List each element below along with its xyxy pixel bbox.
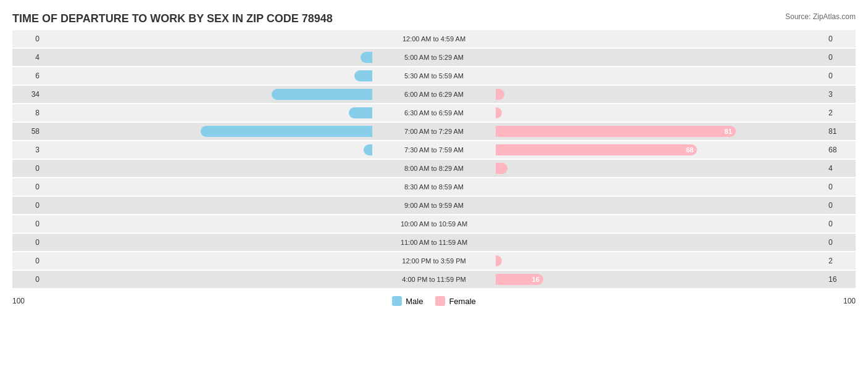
- male-bar: [272, 89, 372, 100]
- left-value: 0: [12, 238, 43, 247]
- legend-female-box: [435, 296, 445, 306]
- female-bar-container: 16: [496, 271, 825, 288]
- legend-female-label: Female: [449, 297, 475, 306]
- male-bar-container: [43, 86, 372, 103]
- male-bar-container: [43, 234, 372, 251]
- bars-wrapper: 0 12:00 AM to 4:59 AM 0 4 5:00 AM to 5:2…: [12, 30, 856, 292]
- time-label: 5:30 AM to 5:59 AM: [372, 72, 496, 80]
- male-bar-container: [43, 67, 372, 85]
- bottom-scale-left: 100: [12, 297, 43, 305]
- bottom-labels: 100 Male Female 100: [12, 296, 856, 306]
- female-bar-container: 81: [496, 123, 825, 140]
- female-bar-container: [496, 49, 825, 66]
- table-row: 0 8:00 AM to 8:29 AM 4: [12, 160, 856, 177]
- legend-male-box: [392, 296, 402, 306]
- chart-area: 0 12:00 AM to 4:59 AM 0 4 5:00 AM to 5:2…: [12, 30, 856, 311]
- time-label: 6:30 AM to 6:59 AM: [372, 109, 496, 117]
- left-value: 0: [12, 164, 43, 173]
- left-value: 0: [12, 220, 43, 228]
- right-value: 0: [825, 220, 856, 228]
- bottom-scale-right: 100: [825, 297, 856, 305]
- legend: Male Female: [392, 296, 476, 306]
- table-row: 0 10:00 AM to 10:59 AM 0: [12, 215, 856, 233]
- female-bar: 81: [496, 126, 736, 137]
- table-row: 34 6:00 AM to 6:29 AM 3: [12, 86, 856, 103]
- female-bar-container: [496, 104, 825, 122]
- left-value: 0: [12, 275, 43, 284]
- time-label: 12:00 AM to 4:59 AM: [372, 35, 496, 43]
- left-value: 0: [12, 183, 43, 191]
- male-bar: [201, 126, 372, 137]
- legend-male-label: Male: [406, 297, 423, 306]
- male-bar-container: [43, 49, 372, 66]
- right-value: 0: [825, 53, 856, 62]
- left-value: 0: [12, 257, 43, 265]
- male-bar-container: [43, 178, 372, 196]
- male-bar-container: [43, 141, 372, 159]
- time-label: 8:30 AM to 8:59 AM: [372, 183, 496, 191]
- right-value: 2: [825, 109, 856, 117]
- right-value: 0: [825, 183, 856, 191]
- male-bar: [349, 107, 372, 118]
- table-row: 58 7:00 AM to 7:29 AM 81 81: [12, 123, 856, 140]
- table-row: 0 8:30 AM to 8:59 AM 0: [12, 178, 856, 196]
- female-bar-container: [496, 160, 825, 177]
- male-bar-container: [43, 215, 372, 233]
- male-bar-container: [43, 30, 372, 47]
- time-label: 7:30 AM to 7:59 AM: [372, 146, 496, 154]
- male-bar: [364, 144, 372, 155]
- female-bar-container: 68: [496, 141, 825, 159]
- time-label: 7:00 AM to 7:29 AM: [372, 128, 496, 135]
- legend-male: Male: [392, 296, 423, 306]
- right-value: 81: [825, 127, 856, 136]
- female-bar: [496, 89, 504, 100]
- left-value: 8: [12, 109, 43, 117]
- right-value: 3: [825, 90, 856, 99]
- right-value: 2: [825, 257, 856, 265]
- female-bar-container: [496, 215, 825, 233]
- source-text: Source: ZipAtlas.com: [785, 12, 856, 21]
- time-label: 8:00 AM to 8:29 AM: [372, 165, 496, 172]
- table-row: 0 9:00 AM to 9:59 AM 0: [12, 197, 856, 214]
- female-bar-container: [496, 86, 825, 103]
- female-bar-label: 81: [725, 128, 732, 135]
- table-row: 0 12:00 AM to 4:59 AM 0: [12, 30, 856, 47]
- right-value: 0: [825, 201, 856, 210]
- right-value: 4: [825, 164, 856, 173]
- left-value: 6: [12, 72, 43, 80]
- time-label: 6:00 AM to 6:29 AM: [372, 91, 496, 98]
- female-bar: 68: [496, 144, 697, 155]
- right-value: 68: [825, 146, 856, 154]
- chart-title: TIME OF DEPARTURE TO WORK BY SEX IN ZIP …: [12, 12, 856, 25]
- left-value: 0: [12, 201, 43, 210]
- female-bar-label: 16: [532, 276, 540, 283]
- right-value: 0: [825, 238, 856, 247]
- table-row: 0 4:00 PM to 11:59 PM 16 16: [12, 271, 856, 288]
- right-value: 0: [825, 35, 856, 43]
- female-bar: 16: [496, 274, 543, 285]
- table-row: 0 12:00 PM to 3:59 PM 2: [12, 252, 856, 270]
- time-label: 12:00 PM to 3:59 PM: [372, 257, 496, 265]
- left-value: 4: [12, 53, 43, 62]
- table-row: 3 7:30 AM to 7:59 AM 68 68: [12, 141, 856, 159]
- time-label: 10:00 AM to 10:59 AM: [372, 220, 496, 228]
- female-bar-container: [496, 178, 825, 196]
- table-row: 0 11:00 AM to 11:59 AM 0: [12, 234, 856, 251]
- female-bar-container: [496, 252, 825, 270]
- female-bar-container: [496, 234, 825, 251]
- female-bar-container: [496, 197, 825, 214]
- table-row: 8 6:30 AM to 6:59 AM 2: [12, 104, 856, 122]
- male-bar-container: [43, 104, 372, 122]
- time-label: 5:00 AM to 5:29 AM: [372, 54, 496, 61]
- female-bar: [496, 107, 502, 118]
- time-label: 9:00 AM to 9:59 AM: [372, 202, 496, 209]
- right-value: 0: [825, 72, 856, 80]
- chart-container: TIME OF DEPARTURE TO WORK BY SEX IN ZIP …: [0, 0, 868, 367]
- male-bar-container: [43, 160, 372, 177]
- time-label: 11:00 AM to 11:59 AM: [372, 239, 496, 246]
- male-bar-container: [43, 123, 372, 140]
- legend-female: Female: [435, 296, 475, 306]
- female-bar-container: [496, 30, 825, 47]
- male-bar: [354, 70, 372, 81]
- table-row: 4 5:00 AM to 5:29 AM 0: [12, 49, 856, 66]
